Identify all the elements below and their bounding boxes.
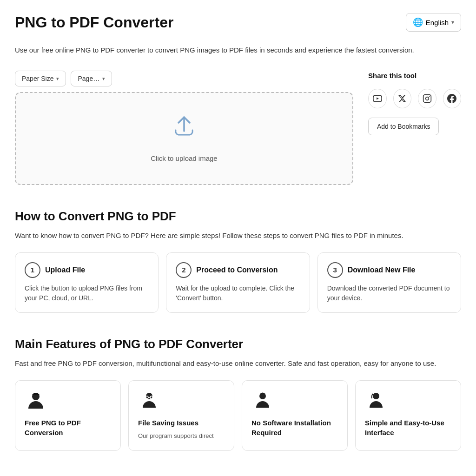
step-header-3: 3 Download New File: [327, 262, 451, 278]
step-number-2: 2: [176, 262, 192, 278]
step-card-3: 3 Download New File Download the convert…: [317, 252, 461, 313]
social-icons: [368, 89, 461, 108]
step-number-3: 3: [327, 262, 343, 278]
svg-point-9: [259, 393, 266, 399]
svg-point-2: [425, 97, 429, 100]
steps-grid: 1 Upload File Click the button to upload…: [15, 252, 461, 313]
language-label: English: [426, 19, 449, 26]
feature-icon-interface: [365, 390, 387, 412]
step-desc-2: Wait for the upload to complete. Click t…: [176, 284, 300, 303]
feature-desc-saving: Our program supports direct: [138, 431, 225, 441]
step-header-2: 2 Proceed to Conversion: [176, 262, 300, 278]
step-title-3: Download New File: [348, 264, 416, 276]
features-title: Main Features of PNG to PDF Converter: [15, 335, 461, 353]
feature-card-no-software: No Software Installation Required: [242, 380, 348, 451]
features-desc: Fast and free PNG to PDF conversion, mul…: [15, 358, 461, 369]
step-desc-3: Download the converted PDF document to y…: [327, 284, 451, 303]
upload-area[interactable]: Click to upload image: [15, 92, 353, 185]
step-card-1: 1 Upload File Click the button to upload…: [15, 252, 159, 313]
chevron-down-icon: ▾: [451, 19, 454, 26]
feature-title-saving: File Saving Issues: [138, 418, 225, 428]
subtitle: Use our free online PNG to PDF converter…: [15, 45, 419, 56]
feature-icon-saving: [138, 390, 160, 412]
feature-title-free: Free PNG to PDF Conversion: [25, 418, 111, 437]
how-to-section: How to Convert PNG to PDF Want to know h…: [15, 207, 461, 313]
step-title-2: Proceed to Conversion: [196, 264, 278, 276]
how-to-desc: Want to know how to convert PNG to PDF? …: [15, 230, 461, 241]
twitter-x-icon[interactable]: [393, 89, 412, 108]
converter-panel: Paper Size ▾ Page… ▾ Click to upload ima…: [15, 71, 353, 185]
step-title-1: Upload File: [45, 264, 85, 276]
step-number-1: 1: [25, 262, 40, 278]
sidebar: Share this tool: [368, 71, 461, 135]
step-header-1: 1 Upload File: [25, 262, 149, 278]
how-to-title: How to Convert PNG to PDF: [15, 207, 461, 225]
page-orientation-select[interactable]: Page… ▾: [71, 71, 112, 86]
svg-rect-1: [423, 94, 431, 102]
upload-text: Click to upload image: [151, 153, 217, 164]
feature-icon-no-software: [251, 390, 274, 412]
page-orientation-chevron: ▾: [102, 76, 105, 82]
feature-icon-free: [25, 390, 47, 412]
feature-card-free: Free PNG to PDF Conversion: [15, 380, 121, 451]
facebook-icon[interactable]: [443, 89, 462, 108]
paper-size-label: Paper Size: [22, 75, 53, 82]
upload-icon: [171, 113, 197, 149]
feature-title-no-software: No Software Installation Required: [251, 418, 338, 437]
step-desc-1: Click the button to upload PNG files fro…: [25, 284, 149, 303]
page-title: PNG to PDF Converter: [15, 11, 173, 33]
svg-point-10: [373, 393, 379, 399]
toolbar: Paper Size ▾ Page… ▾: [15, 71, 353, 86]
paper-size-chevron: ▾: [56, 76, 59, 82]
language-selector[interactable]: 🌐 English ▾: [406, 13, 461, 32]
instagram-icon[interactable]: [418, 89, 436, 108]
header: PNG to PDF Converter 🌐 English ▾: [15, 11, 461, 33]
share-label: Share this tool: [368, 71, 461, 81]
page-orientation-label: Page…: [78, 75, 99, 82]
feature-title-interface: Simple and Easy-to-Use Interface: [365, 418, 451, 437]
features-grid: Free PNG to PDF Conversion File Saving I…: [15, 380, 461, 451]
paper-size-select[interactable]: Paper Size ▾: [15, 71, 66, 86]
step-card-2: 2 Proceed to Conversion Wait for the upl…: [166, 252, 310, 313]
globe-icon: 🌐: [413, 17, 423, 27]
tool-area: Paper Size ▾ Page… ▾ Click to upload ima…: [15, 71, 461, 185]
features-section: Main Features of PNG to PDF Converter Fa…: [15, 335, 461, 451]
svg-point-3: [429, 96, 430, 97]
feature-card-saving: File Saving Issues Our program supports …: [128, 380, 234, 451]
svg-marker-0: [377, 97, 379, 99]
feature-card-interface: Simple and Easy-to-Use Interface: [355, 380, 461, 451]
bookmark-button[interactable]: Add to Bookmarks: [368, 118, 439, 135]
youtube-icon[interactable]: [368, 89, 387, 108]
